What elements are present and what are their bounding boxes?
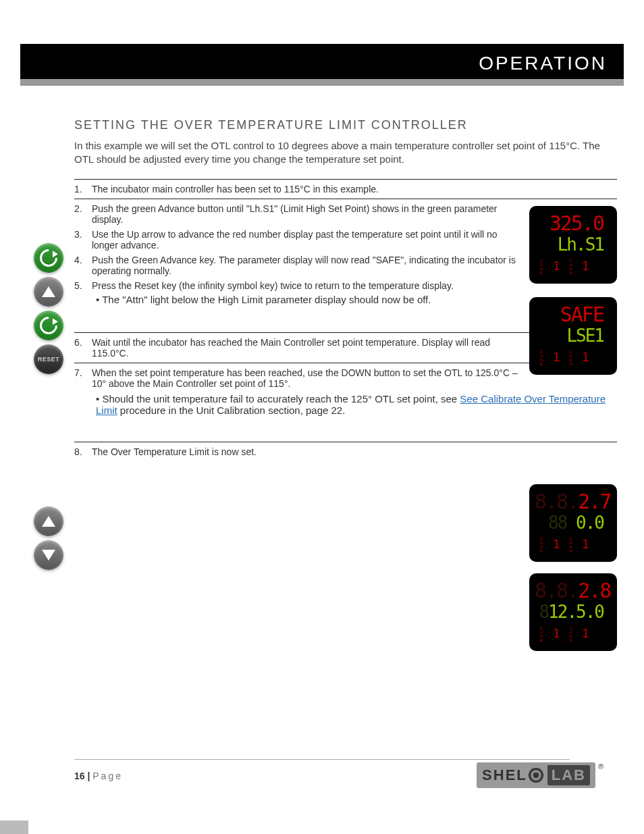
display-1-green: Lh.S1 xyxy=(535,234,612,255)
zone-num-4: 1 xyxy=(553,626,560,642)
chan-label-1: CHAN xyxy=(570,259,572,275)
content-area: SETTING THE OVER TEMPERATURE LIMIT CONTR… xyxy=(74,118,617,457)
shellab-logo: SHEL LAB ® xyxy=(477,762,603,788)
display-panel-2: SAFE LSE1 ZONE 1 CHAN 1 xyxy=(529,297,617,375)
page-title: OPERATION xyxy=(479,53,607,74)
zone-num-3: 1 xyxy=(553,537,560,553)
display-panel-4: 8.8.2.8 812.5.0 ZONE 1 CHAN 1 xyxy=(529,573,617,651)
page-number: 16 | xyxy=(74,771,90,781)
display-3-green: 88 0.0 xyxy=(535,513,612,533)
page-word: Page xyxy=(92,771,123,781)
section-heading-otl: SETTING THE OVER TEMPERATURE LIMIT CONTR… xyxy=(74,118,617,132)
zone-label-1: ZONE xyxy=(540,259,543,275)
calib-note: • Should the unit temperature fail to ac… xyxy=(74,393,617,416)
footer: 16 | Page xyxy=(74,771,123,781)
step-6-number: 6. xyxy=(74,337,89,348)
icon-column-2 xyxy=(34,506,68,574)
step-4-text: Push the Green Advance key. The paramete… xyxy=(92,255,524,276)
step-8-number: 8. xyxy=(74,446,89,457)
step-5-text: Press the Reset key (the infinity symbol… xyxy=(92,280,524,291)
step-4-number: 4. xyxy=(74,255,89,265)
step-5-number: 5. xyxy=(74,280,89,291)
reset-button-icon: RESET xyxy=(34,344,63,374)
display-4-green: 812.5.0 xyxy=(535,602,612,622)
step-2-number: 2. xyxy=(74,203,89,214)
advance-button-icon-2 xyxy=(34,311,63,340)
chan-label-2: CHAN xyxy=(570,350,572,366)
step-6-text: Wait until the incubator has reached the… xyxy=(92,337,524,359)
advance-button-icon xyxy=(34,243,63,273)
display-1-red: 325.0 xyxy=(535,211,612,234)
icon-column-1: RESET xyxy=(34,243,68,378)
chan-num-3: 1 xyxy=(582,537,589,553)
zone-label-4: ZONE xyxy=(540,626,543,642)
display-2-green: LSE1 xyxy=(535,325,612,346)
step-3-number: 3. xyxy=(74,229,89,240)
reset-label: RESET xyxy=(38,356,60,363)
bottom-margin-bar xyxy=(0,820,28,834)
high-limit-attn-text: The "Attn" light below the High Limit pa… xyxy=(102,294,431,305)
chan-label-3: CHAN xyxy=(570,537,572,553)
intro-paragraph: In this example we will set the OTL cont… xyxy=(74,139,617,167)
display-4-red: 8.8.2.8 xyxy=(535,579,612,602)
zone-num-1: 1 xyxy=(553,259,560,275)
display-panel-3: 8.8.2.7 88 0.0 ZONE 1 CHAN 1 xyxy=(529,484,617,562)
chan-num-2: 1 xyxy=(582,350,589,366)
down-arrow-icon xyxy=(34,540,63,570)
step-3-text: Use the Up arrow to advance the red numb… xyxy=(92,229,524,251)
display-3-red: 8.8.2.7 xyxy=(535,490,612,513)
up-arrow-icon-2 xyxy=(34,506,63,536)
chan-num-4: 1 xyxy=(582,626,589,642)
calib-link[interactable]: See Calibrate Over Temperature Limit xyxy=(96,393,606,416)
chan-label-4: CHAN xyxy=(570,626,572,642)
display-2-red: SAFE xyxy=(535,303,612,325)
step-7-number: 7. xyxy=(74,367,89,378)
step-1-text: The incubator main controller has been s… xyxy=(92,184,524,194)
chan-num-1: 1 xyxy=(582,259,589,275)
step-7-text: When the set point temperature has been … xyxy=(92,367,524,389)
calib-note-text: Should the unit temperature fail to accu… xyxy=(96,393,606,416)
up-arrow-icon xyxy=(34,277,63,307)
zone-label-2: ZONE xyxy=(540,350,543,366)
zone-num-2: 1 xyxy=(553,350,560,366)
footer-divider xyxy=(74,759,570,760)
step-8-text: The Over Temperature Limit is now set. xyxy=(92,446,524,457)
step-2-text: Push the green Advance button until "Lh.… xyxy=(92,203,524,225)
step-1-number: 1. xyxy=(74,184,89,194)
zone-label-3: ZONE xyxy=(540,537,543,553)
header-underline xyxy=(20,79,624,86)
step-8: 8. The Over Temperature Limit is now set… xyxy=(74,442,617,457)
display-panel-1: 325.0 Lh.S1 ZONE 1 CHAN 1 xyxy=(529,206,617,284)
step-1: 1. The incubator main controller has bee… xyxy=(74,179,617,194)
